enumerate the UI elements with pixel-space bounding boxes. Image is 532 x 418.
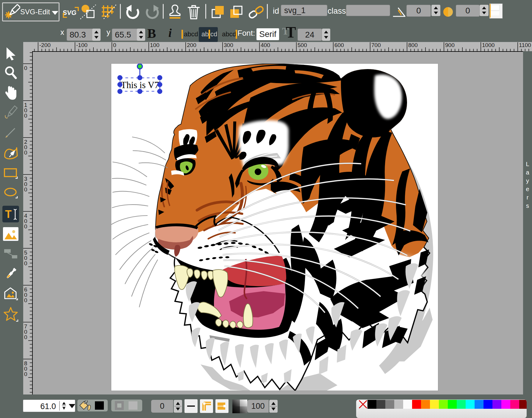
svg-text:0: 0 <box>24 186 27 193</box>
svg-text:0: 0 <box>24 260 27 266</box>
svg-text:0: 0 <box>24 334 27 340</box>
svg-text:-100: -100 <box>76 42 87 48</box>
svg-text:SVG: SVG <box>62 9 77 16</box>
svg-text:1000: 1000 <box>482 42 495 48</box>
svg-text:200: 200 <box>187 42 196 48</box>
svg-text:100: 100 <box>150 42 159 48</box>
svg-text:400: 400 <box>261 42 270 48</box>
svg-text:0: 0 <box>24 113 27 119</box>
svg-text:0: 0 <box>113 42 116 48</box>
svg-text:0: 0 <box>24 223 27 230</box>
svg-text:0: 0 <box>24 371 27 377</box>
svg-text:600: 600 <box>334 42 344 48</box>
svg-text:This is V7: This is V7 <box>121 80 159 90</box>
svg-text:500: 500 <box>298 42 307 48</box>
svg-text:300: 300 <box>224 42 233 48</box>
svg-text:0: 0 <box>24 297 27 303</box>
svg-text:0: 0 <box>24 65 27 71</box>
svg-text:800: 800 <box>408 42 418 48</box>
svg-text:-200: -200 <box>39 42 51 48</box>
svg-text:0: 0 <box>24 149 27 156</box>
svg-text:1100: 1100 <box>519 42 531 48</box>
svg-text:700: 700 <box>371 42 381 48</box>
svg-text:900: 900 <box>445 42 455 48</box>
